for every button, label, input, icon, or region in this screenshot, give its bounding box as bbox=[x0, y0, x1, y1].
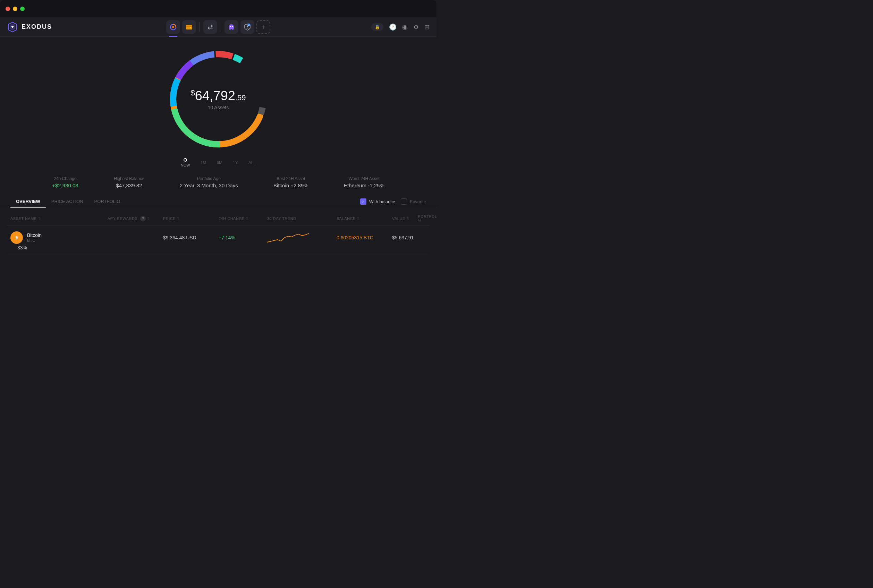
th-trend-label: 30 DAY TREND bbox=[267, 216, 296, 220]
maximize-button[interactable] bbox=[20, 7, 25, 11]
minimize-button[interactable] bbox=[13, 7, 17, 11]
portfolio-nav-button[interactable] bbox=[166, 20, 180, 34]
timeline-now-circle bbox=[183, 158, 187, 162]
svg-point-8 bbox=[230, 26, 231, 27]
bitcoin-icon bbox=[10, 231, 23, 244]
exchange-nav-button[interactable] bbox=[203, 20, 217, 34]
portfolio-icon bbox=[170, 23, 177, 31]
stat-portfolio-age: Portfolio Age 2 Year, 3 Month, 30 Days bbox=[180, 176, 238, 188]
th-portfolio-label: PORTFOLIO % bbox=[418, 214, 436, 223]
stat-worst-asset-label: Worst 24H Asset bbox=[344, 176, 384, 181]
td-change-btc: +7.14% bbox=[219, 235, 267, 240]
history-nav-icon[interactable]: 🕐 bbox=[389, 23, 397, 31]
timeline-all[interactable]: ALL bbox=[248, 160, 256, 165]
th-value-sort-icon: ⇅ bbox=[406, 217, 410, 220]
add-nav-button[interactable]: + bbox=[256, 20, 270, 34]
stat-highest-balance-value: $47,839.82 bbox=[114, 183, 144, 188]
stat-portfolio-age-value: 2 Year, 3 Month, 30 Days bbox=[180, 183, 238, 188]
profile-nav-icon[interactable]: ◉ bbox=[402, 23, 408, 31]
stat-24h-change-value: +$2,930.03 bbox=[52, 183, 78, 188]
th-asset-name-sort-icon: ⇅ bbox=[38, 217, 41, 220]
timeline-6m[interactable]: 6M bbox=[216, 160, 222, 165]
svg-rect-4 bbox=[186, 25, 192, 30]
td-balance-btc: 0.60205315 BTC bbox=[337, 235, 392, 240]
lock-toggle[interactable]: 🔒 bbox=[371, 23, 383, 31]
phantom-nav-button[interactable] bbox=[225, 20, 238, 34]
portfolio-amount: $64,792.59 bbox=[190, 88, 246, 104]
close-button[interactable] bbox=[6, 7, 10, 11]
asset-ticker-btc: BTC bbox=[27, 238, 42, 243]
stat-worst-asset: Worst 24H Asset Ethereum -1,25% bbox=[344, 176, 384, 188]
titlebar bbox=[0, 0, 436, 17]
exodus-logo-icon bbox=[7, 21, 18, 33]
th-apy-label: APY REWARDS bbox=[108, 216, 137, 220]
with-balance-checkmark: ✓ bbox=[360, 198, 366, 205]
tab-price-action[interactable]: PRICE ACTION bbox=[46, 195, 89, 208]
favorite-toggle[interactable]: Favorite bbox=[401, 198, 426, 205]
th-apy-sort-icon: ⇅ bbox=[147, 217, 150, 220]
tab-overview[interactable]: OVERVIEW bbox=[10, 195, 46, 208]
timeline-now-label: NOW bbox=[181, 163, 190, 167]
tabs: OVERVIEW PRICE ACTION PORTFOLIO bbox=[10, 195, 126, 208]
stat-highest-balance: Highest Balance $47,839.82 bbox=[114, 176, 144, 188]
td-trend-btc bbox=[267, 230, 337, 245]
asset-name-col-btc: Bitcoin BTC bbox=[27, 232, 42, 243]
timeline-now[interactable]: NOW bbox=[181, 158, 190, 167]
portfolio-section: $64,792.59 10 Assets NOW 1M 6M 1Y ALL bbox=[0, 37, 436, 171]
favorite-label: Favorite bbox=[410, 199, 426, 204]
navbar: EXODUS bbox=[0, 17, 436, 37]
lock-icon: 🔒 bbox=[375, 25, 380, 30]
exchange-icon bbox=[207, 23, 214, 31]
svg-point-6 bbox=[190, 27, 191, 28]
shield-icon: + bbox=[244, 23, 251, 31]
th-30day-trend: 30 DAY TREND bbox=[267, 214, 337, 223]
th-24h-change: 24H CHANGE ⇅ bbox=[219, 214, 267, 223]
settings-nav-icon[interactable]: ⚙ bbox=[413, 23, 419, 31]
th-24h-label: 24H CHANGE bbox=[219, 216, 244, 220]
amount-cents: .59 bbox=[235, 93, 246, 102]
apy-info-icon[interactable]: ? bbox=[140, 216, 146, 221]
svg-point-10 bbox=[247, 26, 248, 27]
logo: EXODUS bbox=[7, 21, 52, 33]
wallet-nav-button[interactable] bbox=[182, 20, 196, 34]
timeline-1y[interactable]: 1Y bbox=[233, 160, 238, 165]
phantom-icon bbox=[228, 23, 235, 31]
th-apy-rewards: APY REWARDS ? ⇅ bbox=[108, 214, 163, 223]
stat-highest-balance-label: Highest Balance bbox=[114, 176, 144, 181]
stat-worst-asset-value: Ethereum -1,25% bbox=[344, 183, 384, 188]
th-asset-name-label: ASSET NAME bbox=[10, 216, 37, 220]
shield-nav-button[interactable]: + bbox=[240, 20, 254, 34]
with-balance-toggle[interactable]: ✓ With balance bbox=[360, 198, 395, 205]
asset-info-btc: Bitcoin BTC bbox=[10, 231, 108, 244]
th-asset-name: ASSET NAME ⇅ bbox=[10, 214, 108, 223]
stats-row: 24h Change +$2,930.03 Highest Balance $4… bbox=[27, 176, 409, 188]
amount-main: 64,792 bbox=[195, 88, 235, 103]
asset-count: 10 Assets bbox=[190, 105, 246, 110]
th-value-label: VALUE bbox=[392, 216, 405, 220]
btc-sparkline bbox=[267, 230, 309, 244]
th-balance-label: BALANCE bbox=[337, 216, 356, 220]
dollar-sign: $ bbox=[190, 88, 195, 97]
svg-point-3 bbox=[172, 26, 174, 28]
wallet-icon bbox=[185, 23, 193, 31]
tab-controls: ✓ With balance Favorite bbox=[360, 198, 426, 205]
th-price: PRICE ⇅ bbox=[163, 214, 219, 223]
nav-separator-1 bbox=[200, 22, 200, 32]
svg-text:+: + bbox=[248, 24, 249, 26]
asset-name-btc: Bitcoin bbox=[27, 232, 42, 238]
donut-chart: $64,792.59 10 Assets bbox=[163, 44, 274, 155]
table-row[interactable]: Bitcoin BTC $9,364.48 USD +7.14% 0.60205… bbox=[7, 226, 429, 255]
with-balance-label: With balance bbox=[369, 199, 395, 204]
traffic-lights bbox=[6, 7, 25, 11]
nav-right: 🔒 🕐 ◉ ⚙ ⊞ bbox=[371, 23, 429, 31]
timeline-1m[interactable]: 1M bbox=[201, 160, 207, 165]
stat-24h-change: 24h Change +$2,930.03 bbox=[52, 176, 78, 188]
grid-nav-icon[interactable]: ⊞ bbox=[424, 23, 429, 31]
td-portfolio-btc: 33% bbox=[17, 245, 108, 250]
main-content: $64,792.59 10 Assets NOW 1M 6M 1Y ALL 24… bbox=[0, 37, 436, 294]
tab-portfolio[interactable]: PORTFOLIO bbox=[89, 195, 126, 208]
table-header: ASSET NAME ⇅ APY REWARDS ? ⇅ PRICE ⇅ 24H… bbox=[7, 212, 429, 226]
stat-best-asset-label: Best 24H Asset bbox=[273, 176, 308, 181]
th-price-sort-icon: ⇅ bbox=[177, 217, 180, 220]
timeline: NOW 1M 6M 1Y ALL bbox=[167, 158, 270, 167]
